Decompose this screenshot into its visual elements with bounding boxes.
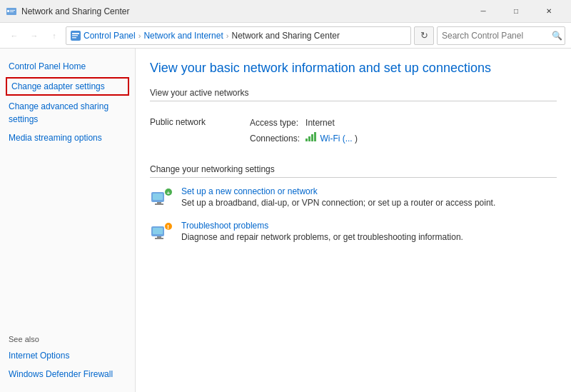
svg-rect-7 xyxy=(72,37,76,39)
detail-labels: Access type: Connections: xyxy=(250,116,300,146)
path-control-panel[interactable]: Control Panel xyxy=(84,31,136,41)
search-input[interactable] xyxy=(442,31,549,41)
wifi-link-paren: ) xyxy=(355,134,358,144)
svg-rect-11 xyxy=(155,203,163,205)
address-path: Control Panel › Network and Internet › N… xyxy=(66,26,411,45)
new-connection-icon: + xyxy=(150,186,173,209)
minimize-button[interactable]: ─ xyxy=(467,0,500,23)
svg-rect-1 xyxy=(7,10,9,12)
content-area: View your basic network information and … xyxy=(136,49,571,392)
troubleshoot-icon: ! xyxy=(150,221,173,243)
new-connection-link[interactable]: Set up a new connection or network xyxy=(181,186,557,196)
svg-rect-6 xyxy=(72,35,78,36)
new-connection-desc: Set up a broadband, dial-up, or VPN conn… xyxy=(181,198,495,208)
wifi-signal-icon xyxy=(305,131,316,141)
forward-button[interactable]: → xyxy=(26,27,43,44)
settings-section: Change your networking settings + Set up… xyxy=(150,164,557,243)
svg-rect-17 xyxy=(155,238,163,239)
network-row: Public network Access type: Connections:… xyxy=(150,110,557,152)
refresh-button[interactable]: ↻ xyxy=(414,26,434,45)
path-sep-2: › xyxy=(226,31,229,40)
wifi-link[interactable]: Wi-Fi (... xyxy=(320,134,352,144)
svg-rect-15 xyxy=(153,228,163,234)
svg-text:+: + xyxy=(167,189,171,196)
settings-text-troubleshoot: Troubleshoot problems Diagnose and repai… xyxy=(181,221,557,242)
page-title: View your basic network information and … xyxy=(150,60,557,76)
network-name: Public network xyxy=(150,116,236,127)
sidebar-item-home[interactable]: Control Panel Home xyxy=(0,57,135,76)
svg-rect-2 xyxy=(10,10,15,11)
window-title: Network and Sharing Center xyxy=(21,6,129,16)
access-type-value: Internet xyxy=(305,116,358,131)
svg-text:!: ! xyxy=(167,223,169,230)
svg-rect-16 xyxy=(157,236,161,238)
search-icon: 🔍 xyxy=(552,31,562,41)
connections-value: Wi-Fi (... ) xyxy=(305,131,358,147)
up-button[interactable]: ↑ xyxy=(46,27,63,44)
sidebar-item-firewall[interactable]: Windows Defender Firewall xyxy=(0,365,135,383)
title-bar-left: Network and Sharing Center xyxy=(6,6,129,17)
title-bar: Network and Sharing Center ─ □ ✕ xyxy=(0,0,571,23)
sidebar-item-adapter[interactable]: Change adapter settings xyxy=(6,77,129,96)
access-type-label: Access type: xyxy=(250,116,300,131)
address-bar: ← → ↑ Control Panel › Network and Intern… xyxy=(0,23,571,49)
settings-item-new-connection: + Set up a new connection or network Set… xyxy=(150,186,557,209)
network-details: Access type: Connections: Internet Wi-Fi… xyxy=(250,116,358,146)
troubleshoot-link[interactable]: Troubleshoot problems xyxy=(181,221,557,231)
sidebar-item-internet-options[interactable]: Internet Options xyxy=(0,346,135,365)
sidebar-item-advanced-sharing[interactable]: Change advanced sharing settings xyxy=(0,97,135,129)
path-sep-1: › xyxy=(138,31,141,40)
back-button[interactable]: ← xyxy=(6,27,23,44)
svg-rect-9 xyxy=(153,194,163,200)
close-button[interactable]: ✕ xyxy=(532,0,565,23)
svg-rect-10 xyxy=(157,202,161,203)
path-network-internet[interactable]: Network and Internet xyxy=(143,31,223,41)
settings-item-troubleshoot: ! Troubleshoot problems Diagnose and rep… xyxy=(150,221,557,243)
title-bar-controls: ─ □ ✕ xyxy=(467,0,565,23)
maximize-button[interactable]: □ xyxy=(500,0,532,23)
settings-text-new-connection: Set up a new connection or network Set u… xyxy=(181,186,557,208)
svg-rect-5 xyxy=(72,33,79,34)
main-layout: Control Panel Home Change adapter settin… xyxy=(0,49,571,392)
svg-rect-3 xyxy=(10,11,14,12)
connections-label: Connections: xyxy=(250,131,300,147)
window-icon xyxy=(6,6,17,17)
path-icon xyxy=(71,31,81,41)
see-also-label: See also xyxy=(0,332,135,346)
active-networks-header: View your active networks xyxy=(150,88,557,101)
troubleshoot-desc: Diagnose and repair network problems, or… xyxy=(181,232,463,242)
search-box[interactable]: 🔍 xyxy=(437,26,565,45)
sidebar: Control Panel Home Change adapter settin… xyxy=(0,49,136,392)
path-current: Network and Sharing Center xyxy=(231,31,339,41)
sidebar-item-media-streaming[interactable]: Media streaming options xyxy=(0,129,135,147)
settings-section-header: Change your networking settings xyxy=(150,164,557,178)
detail-values: Internet Wi-Fi (... ) xyxy=(305,116,358,146)
